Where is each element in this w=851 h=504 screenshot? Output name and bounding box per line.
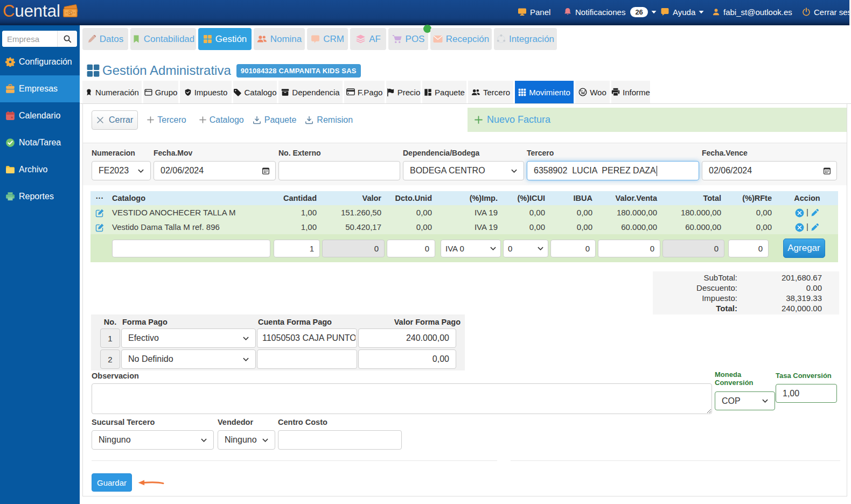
new-valor-venta-input[interactable] — [598, 240, 660, 257]
delete-row-icon[interactable] — [795, 223, 804, 232]
new-ibua-input[interactable] — [550, 240, 596, 257]
pay-col-valor: Valor Forma Pago — [358, 317, 463, 327]
subtab-impuesto[interactable]: Impuesto — [180, 81, 232, 103]
sidebar-item-configuracion[interactable]: Configuración — [0, 48, 80, 75]
numeracion-select[interactable]: FE2023 — [92, 161, 151, 180]
paquete-link[interactable]: Paquete — [253, 115, 297, 125]
totals-row: SubTotal:201,680.67 — [658, 272, 822, 283]
monitor-icon — [518, 8, 527, 16]
forma-pago-select-1[interactable]: Efectivo — [121, 328, 256, 348]
calendar-icon[interactable] — [823, 167, 831, 175]
form-fields-row: Numeracion FE2023 Fecha.Mov 02/06/2024 — [92, 149, 838, 180]
grid-icon — [203, 34, 212, 44]
tasa-input[interactable] — [776, 384, 837, 403]
catalogo-link[interactable]: Catalogo — [199, 115, 244, 125]
no-externo-input[interactable] — [278, 161, 400, 180]
centro-costo-input[interactable] — [278, 430, 402, 450]
sidebar-item-nota-tarea[interactable]: Nota/Tarea — [0, 129, 80, 156]
power-icon — [802, 8, 811, 16]
tab-crm[interactable]: CRM — [307, 28, 348, 50]
new-cantidad-input[interactable] — [274, 240, 320, 257]
col-menu[interactable]: ··· — [90, 191, 109, 205]
tercero-link[interactable]: Tercero — [147, 115, 186, 125]
vendedor-select[interactable]: Ninguno — [218, 430, 275, 450]
payments-section: No. Forma Pago Cuenta Forma Pago Valor F… — [91, 314, 465, 370]
tab-af[interactable]: AF — [350, 28, 386, 50]
blocks-icon — [424, 88, 432, 96]
tab-integracion[interactable]: Integración — [494, 28, 557, 50]
subtab-catalogo[interactable]: Catalogo — [233, 81, 277, 103]
new-icui-select[interactable]: 0 — [503, 240, 548, 257]
moneda-select[interactable]: COP — [715, 391, 775, 410]
edit-row-icon[interactable] — [95, 223, 104, 232]
nuevo-factura-button[interactable]: Nuevo Factura — [468, 108, 847, 132]
notifications-menu-item[interactable]: Notificaciones 26 — [563, 0, 657, 24]
tab-gestion[interactable]: Gestión — [198, 28, 252, 50]
remision-link[interactable]: Remision — [305, 115, 353, 125]
valor-forma-pago-input-1[interactable] — [358, 328, 456, 348]
cerrar-button[interactable]: Cerrar — [92, 110, 138, 130]
subtab-movimiento[interactable]: Movimiento — [515, 81, 574, 103]
subtab-fpago[interactable]: F.Pago — [344, 81, 385, 103]
subtab-label: Movimiento — [529, 88, 570, 97]
col-icui: (%)ICUI — [502, 191, 549, 205]
agregar-button[interactable]: Agregar — [783, 239, 825, 258]
user-menu-item[interactable]: fabi_st@outlook.es — [712, 0, 792, 24]
new-dcto-input[interactable] — [387, 240, 435, 257]
forma-pago-select-2[interactable]: No Definido — [121, 349, 256, 369]
form-field: Fecha.Mov 02/06/2024 — [154, 149, 276, 180]
observacion-textarea[interactable] — [92, 383, 712, 414]
sidebar-item-calendario[interactable]: Calendario — [0, 102, 80, 129]
sidebar-item-reportes[interactable]: Reportes — [0, 183, 80, 210]
subtab-woo[interactable]: Woo — [575, 81, 610, 103]
tab-datos[interactable]: Datos — [82, 28, 128, 50]
subtab-dependencia[interactable]: Dependencia — [278, 81, 343, 103]
search-button[interactable] — [57, 31, 77, 47]
subtab-grupo[interactable]: Grupo — [143, 81, 178, 103]
fecha-mov-value: 02/06/2024 — [161, 166, 204, 176]
sidebar-item-empresas[interactable]: Empresas — [0, 75, 80, 102]
tab-recepcion[interactable]: Recepción — [430, 28, 492, 50]
sidebar-item-label: Nota/Tarea — [19, 138, 61, 148]
valor-forma-pago-input-2[interactable] — [358, 349, 456, 369]
sidebar-item-archivo[interactable]: Archivo — [0, 156, 80, 183]
subtab-label: F.Pago — [358, 88, 383, 97]
edit-pencil-icon[interactable] — [811, 208, 819, 217]
new-row-cell: 0 — [502, 234, 549, 262]
subtab-paquete[interactable]: Paquete — [422, 81, 466, 103]
delete-row-icon[interactable] — [795, 208, 804, 218]
edit-pencil-icon[interactable] — [811, 223, 819, 232]
cell-catalogo: Vestido Dama Talla M ref. 896 — [109, 220, 273, 234]
guardar-button[interactable]: Guardar — [92, 473, 132, 492]
sucursal-select[interactable]: Ninguno — [92, 430, 214, 450]
divider-row — [83, 460, 847, 461]
tercero-input[interactable]: 6358902 LUCIA PEREZ DAZA — [527, 161, 699, 180]
total-value: 240,000.00 — [737, 303, 822, 313]
subtab-informe[interactable]: Informe — [611, 81, 650, 103]
tab-pos[interactable]: POS — [388, 28, 428, 50]
logout-menu-item[interactable]: Cerrar sesión — [802, 0, 851, 24]
search-input[interactable] — [2, 31, 57, 47]
chevron-down-icon — [262, 438, 268, 442]
cuenta-forma-pago-input-2[interactable] — [257, 349, 357, 369]
pencil-icon — [87, 34, 96, 44]
subtab-tercero[interactable]: Tercero — [468, 81, 513, 103]
subtab-label: Paquete — [435, 88, 465, 97]
fecha-mov-input[interactable]: 02/06/2024 — [154, 161, 276, 180]
main-content: Datos Contabilidad Gestión Nomina CRM AF — [80, 25, 851, 504]
new-rfte-input[interactable] — [728, 240, 769, 257]
dependencia-select[interactable]: BODEGA CENTRO — [403, 161, 524, 180]
new-imp-select[interactable]: IVA 0 — [441, 240, 501, 257]
subtab-precio[interactable]: Precio — [386, 81, 421, 103]
edit-row-icon[interactable] — [95, 208, 104, 218]
new-catalogo-input[interactable] — [112, 240, 270, 257]
calendar-icon[interactable] — [262, 167, 270, 175]
fecha-vence-input[interactable]: 02/06/2024 — [702, 161, 837, 180]
tab-nomina[interactable]: Nomina — [254, 28, 305, 50]
help-menu-item[interactable]: Ayuda — [660, 0, 704, 24]
cell-dcto: 0,00 — [386, 205, 436, 220]
tab-contabilidad[interactable]: Contabilidad — [130, 28, 196, 50]
panel-menu-item[interactable]: Panel — [518, 0, 550, 24]
cuenta-forma-pago-input-1[interactable] — [257, 328, 357, 348]
subtab-numeracion[interactable]: Numeración — [82, 81, 142, 103]
